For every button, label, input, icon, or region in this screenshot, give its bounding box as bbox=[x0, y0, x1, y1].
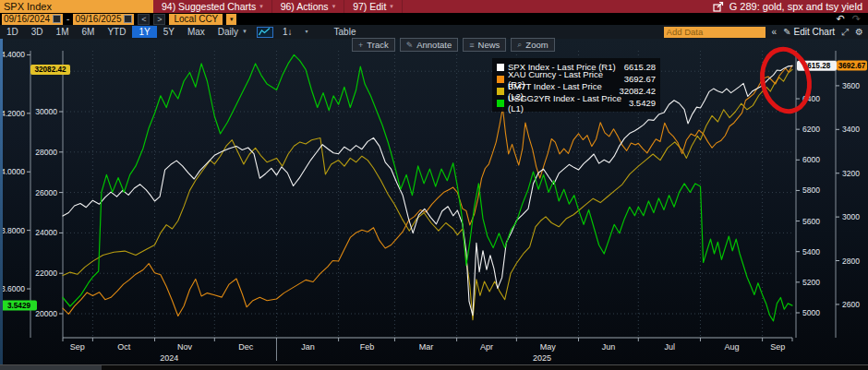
svg-text:2600: 2600 bbox=[842, 300, 860, 309]
svg-text:Jul: Jul bbox=[665, 342, 676, 352]
menu-actions-label: 96) Actions bbox=[281, 1, 329, 12]
legend-value: 3.5429 bbox=[629, 98, 656, 108]
svg-text:5600: 5600 bbox=[802, 217, 820, 226]
svg-text:Sep: Sep bbox=[70, 342, 85, 352]
edit-pencil-icon[interactable]: ✎ bbox=[783, 27, 790, 37]
period-ytd[interactable]: YTD bbox=[101, 26, 132, 38]
legend-value: 3692.67 bbox=[624, 74, 656, 84]
annotation-circle bbox=[756, 45, 814, 116]
line-chart-icon[interactable] bbox=[257, 27, 273, 38]
svg-text:3.8000: 3.8000 bbox=[1, 226, 25, 235]
svg-text:22000: 22000 bbox=[35, 269, 57, 278]
period-3d[interactable]: 3D bbox=[25, 26, 50, 38]
svg-text:24000: 24000 bbox=[35, 228, 57, 237]
svg-text:4.4000: 4.4000 bbox=[1, 50, 25, 59]
period-1d[interactable]: 1D bbox=[0, 26, 25, 38]
end-date-field[interactable]: 09/16/2025 bbox=[73, 14, 134, 25]
svg-text:20000: 20000 bbox=[35, 309, 57, 318]
svg-text:26000: 26000 bbox=[35, 188, 57, 197]
price-chart[interactable]: 3.60003.80004.00004.20004.40002000022000… bbox=[0, 39, 868, 364]
series-spx-index bbox=[63, 66, 792, 315]
prev-period-button[interactable]: < bbox=[138, 14, 150, 25]
svg-text:5800: 5800 bbox=[802, 185, 820, 195]
chart-legend: SPX Index - Last Price (R1)6615.28XAU Cu… bbox=[492, 58, 660, 112]
period-1m[interactable]: 1M bbox=[50, 26, 76, 38]
redo-icon[interactable]: ↷ bbox=[852, 13, 861, 25]
security-field[interactable]: SPX Index bbox=[0, 0, 153, 13]
collapse-icon[interactable]: « bbox=[772, 27, 778, 37]
track-label: Track bbox=[367, 40, 388, 50]
svg-text:Oct: Oct bbox=[117, 342, 131, 352]
svg-text:Jan: Jan bbox=[301, 342, 315, 352]
start-date-field[interactable]: 09/16/2024 bbox=[2, 14, 63, 25]
svg-text:6200: 6200 bbox=[802, 125, 820, 134]
date-controls-bar: 09/16/2024 - 09/16/2025 < > Local CCY ▾ … bbox=[0, 13, 868, 25]
crosshair-icon: + bbox=[358, 41, 363, 50]
legend-swatch bbox=[497, 64, 504, 71]
frequency-value: Daily bbox=[218, 26, 238, 38]
currency-field[interactable]: Local CCY bbox=[169, 14, 223, 25]
annotate-button[interactable]: ✎ Annotate bbox=[400, 38, 459, 52]
svg-text:3000: 3000 bbox=[842, 212, 860, 221]
zoom-label: Zoom bbox=[525, 40, 548, 50]
legend-label: USGG2YR Index - Last Price (L1) bbox=[508, 93, 625, 113]
calendar-icon[interactable] bbox=[53, 15, 61, 23]
period-5y[interactable]: 5Y bbox=[157, 26, 181, 38]
currency-dropdown-icon[interactable]: ▾ bbox=[226, 14, 236, 25]
date-range-dash: - bbox=[66, 14, 69, 24]
period-6m[interactable]: 6M bbox=[76, 26, 102, 38]
svg-text:Sep: Sep bbox=[770, 342, 785, 352]
news-button[interactable]: ≡ News bbox=[463, 38, 506, 52]
svg-text:Mar: Mar bbox=[419, 342, 434, 352]
menu-edit[interactable]: 97) Edit ▾ bbox=[344, 0, 403, 13]
legend-item: USGG2YR Index - Last Price (L1)3.5429 bbox=[497, 97, 656, 109]
last-price-tags: 6615.283692.6732082.423.5429 bbox=[1, 60, 867, 310]
menu-edit-label: 97) Edit bbox=[353, 1, 386, 12]
chart-title: G 289: gold, spx and tsy yield bbox=[729, 1, 862, 12]
svg-text:5000: 5000 bbox=[802, 308, 820, 317]
chart-options-dropdown-icon[interactable]: ▾ bbox=[299, 26, 315, 38]
menu-suggested-charts-label: 94) Suggested Charts bbox=[162, 1, 256, 12]
chevron-down-icon: ▾ bbox=[390, 3, 393, 10]
svg-text:Nov: Nov bbox=[177, 342, 193, 352]
bottom-status-strip bbox=[0, 364, 868, 370]
panel-edge-strip bbox=[0, 39, 3, 364]
gridlines bbox=[63, 51, 792, 337]
svg-text:4.0000: 4.0000 bbox=[1, 167, 25, 176]
svg-text:2024: 2024 bbox=[160, 353, 178, 363]
undo-icon[interactable]: ↶ bbox=[837, 13, 845, 25]
legend-swatch bbox=[497, 76, 504, 83]
calendar-icon[interactable] bbox=[124, 15, 132, 23]
svg-text:3400: 3400 bbox=[842, 125, 860, 134]
export-icon[interactable] bbox=[713, 2, 724, 12]
title-bar: SPX Index 94) Suggested Charts ▾ 96) Act… bbox=[0, 0, 868, 13]
period-max[interactable]: Max bbox=[181, 26, 211, 38]
add-data-input[interactable] bbox=[664, 27, 766, 38]
edit-chart-button[interactable]: Edit Chart bbox=[794, 27, 835, 37]
legend-swatch bbox=[497, 100, 504, 107]
expand-icon[interactable]: ⤢ bbox=[841, 27, 849, 38]
track-button[interactable]: + Track bbox=[352, 38, 395, 52]
series-usgg2yr-index bbox=[63, 54, 792, 321]
compare-icon[interactable]: 1↓ bbox=[276, 26, 299, 38]
chevron-down-icon: ▾ bbox=[259, 3, 263, 10]
settings-gear-icon[interactable]: ⚙ bbox=[855, 27, 863, 37]
frequency-dropdown[interactable]: Daily ▼ bbox=[211, 26, 254, 38]
svg-text:3600: 3600 bbox=[842, 81, 860, 90]
bottom-strip-segment bbox=[0, 365, 102, 370]
svg-text:Dec: Dec bbox=[238, 342, 254, 352]
series-xau-curncy bbox=[63, 66, 792, 316]
end-date-value: 09/16/2025 bbox=[75, 14, 121, 24]
menu-suggested-charts[interactable]: 94) Suggested Charts ▾ bbox=[153, 0, 272, 13]
start-date-value: 09/16/2024 bbox=[4, 14, 50, 24]
svg-text:Jun: Jun bbox=[602, 342, 616, 352]
chevron-down-icon: ▼ bbox=[242, 26, 247, 38]
x-axis-labels: SepOctNovDecJanFebMarAprMayJunJulAugSep2… bbox=[63, 338, 792, 363]
menu-actions[interactable]: 96) Actions ▾ bbox=[272, 0, 344, 13]
svg-text:3200: 3200 bbox=[842, 169, 860, 178]
svg-text:30000: 30000 bbox=[35, 107, 57, 116]
next-period-button[interactable]: > bbox=[153, 14, 165, 25]
period-1y[interactable]: 1Y bbox=[132, 26, 156, 38]
zoom-button[interactable]: ⌕ Zoom bbox=[511, 38, 554, 52]
table-button[interactable]: Table bbox=[328, 26, 363, 38]
